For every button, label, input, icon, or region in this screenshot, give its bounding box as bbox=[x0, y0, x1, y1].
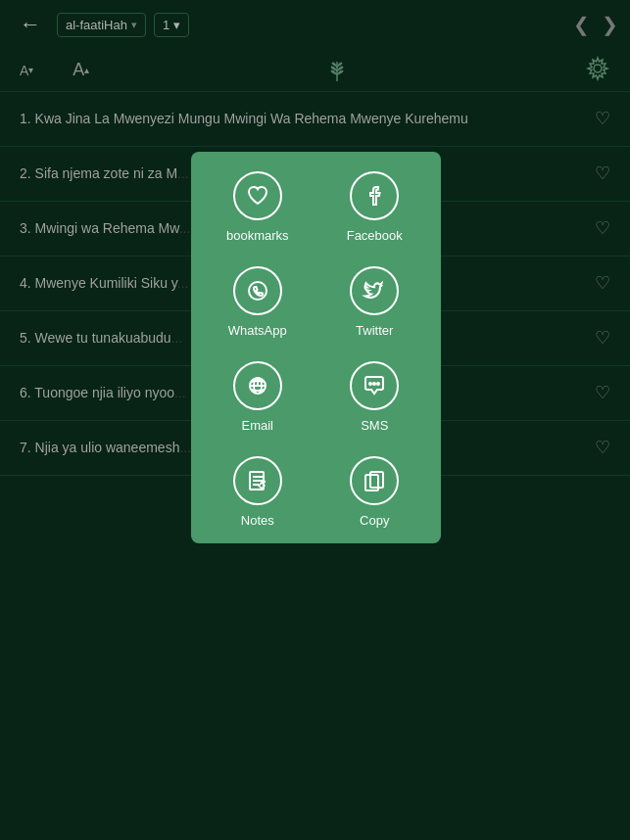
bookmarks-icon bbox=[233, 171, 282, 220]
sms-icon bbox=[350, 361, 399, 410]
share-item-email[interactable]: Email bbox=[207, 361, 309, 433]
email-label: Email bbox=[241, 418, 273, 433]
twitter-label: Twitter bbox=[356, 323, 393, 338]
bookmarks-label: bookmarks bbox=[226, 228, 289, 243]
email-icon bbox=[233, 361, 282, 410]
copy-icon bbox=[350, 456, 399, 505]
share-item-twitter[interactable]: Twitter bbox=[324, 266, 426, 338]
facebook-label: Facebook bbox=[347, 228, 403, 243]
whatsapp-label: WhatsApp bbox=[228, 323, 287, 338]
svg-point-4 bbox=[369, 383, 371, 385]
copy-label: Copy bbox=[360, 513, 389, 528]
share-item-bookmarks[interactable]: bookmarks bbox=[207, 171, 309, 243]
svg-point-5 bbox=[373, 383, 375, 385]
notes-icon bbox=[233, 456, 282, 505]
notes-label: Notes bbox=[241, 513, 274, 528]
svg-point-1 bbox=[249, 282, 267, 300]
share-item-sms[interactable]: SMS bbox=[324, 361, 426, 433]
share-item-copy[interactable]: Copy bbox=[324, 456, 426, 528]
share-item-whatsapp[interactable]: WhatsApp bbox=[207, 266, 309, 338]
svg-point-6 bbox=[377, 383, 379, 385]
whatsapp-icon bbox=[233, 266, 282, 315]
twitter-icon bbox=[350, 266, 399, 315]
facebook-icon bbox=[350, 171, 399, 220]
share-modal: bookmarks Facebook WhatsApp Twitter bbox=[191, 152, 441, 543]
sms-label: SMS bbox=[361, 418, 388, 433]
share-item-notes[interactable]: Notes bbox=[207, 456, 309, 528]
share-item-facebook[interactable]: Facebook bbox=[324, 171, 426, 243]
